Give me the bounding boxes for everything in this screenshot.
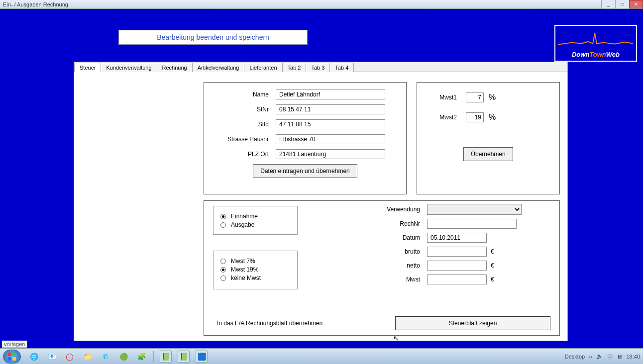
input-mwst1[interactable] — [466, 92, 484, 102]
label-mwst: Mwst — [372, 276, 420, 283]
input-stid[interactable] — [276, 119, 385, 129]
input-plz[interactable] — [276, 149, 385, 159]
currency-netto: € — [491, 262, 494, 269]
taskbar-mail-icon[interactable]: 📧 — [46, 351, 58, 363]
tab-container: Steuer Kundenverwaltung Rechnung Artikel… — [74, 62, 568, 341]
label-stnr: StNr — [213, 106, 269, 113]
save-company-button[interactable]: Daten eintragen und übernehmen — [253, 164, 357, 178]
main-area: Bearbeitung beenden und speichern DownTo… — [0, 9, 643, 364]
show-tax-sheet-button[interactable]: Steuerblatt zeigen — [395, 316, 550, 330]
titlebar: Ein- / Ausgaben Rechnung _ □ ✕ — [0, 0, 643, 9]
transfer-label: In das E/A Rechnungsblatt übernehmen — [213, 318, 326, 329]
taskbar-excel1-icon[interactable]: 📗 — [160, 351, 172, 363]
logo: DownTownWeb — [554, 25, 637, 62]
radio-icon — [220, 259, 226, 264]
save-and-exit-button[interactable]: Bearbeitung beenden und speichern — [118, 30, 308, 45]
label-mwst1: Mwst1 — [427, 94, 457, 101]
currency-brutto: € — [491, 248, 494, 255]
apply-mwst-button[interactable]: Übernehmen — [463, 147, 513, 161]
tab-kundenverwaltung[interactable]: Kundenverwaltung — [101, 63, 157, 72]
tray-icon[interactable]: 🛡 — [607, 354, 613, 360]
label-stid: StId — [213, 121, 269, 128]
radio-icon — [220, 222, 226, 228]
taskbar-app1-icon[interactable]: 🟢 — [117, 351, 129, 363]
tab-4[interactable]: Tab 4 — [329, 63, 354, 72]
start-button[interactable] — [3, 350, 21, 364]
company-panel: Name StNr StId Strasse Hausnr PLZ Ort Da… — [204, 82, 407, 194]
radio-mwst19[interactable]: Mwst 19% — [220, 266, 290, 273]
taskbar-app3-icon[interactable]: 🟦 — [196, 351, 208, 363]
mwst-panel: Mwst1% Mwst2% Übernehmen — [417, 82, 560, 194]
label-verwendung: Verwendung — [372, 206, 420, 213]
windows-icon — [7, 352, 17, 362]
tray-clock[interactable]: 18:40 — [626, 354, 640, 360]
label-datum: Datum — [372, 234, 420, 241]
radio-mwst7[interactable]: Mwst 7% — [220, 258, 290, 265]
taskbar-opera-icon[interactable]: ◯ — [64, 351, 76, 363]
taskbar-excel2-icon[interactable]: 📗 — [178, 351, 190, 363]
tab-steuer[interactable]: Steuer — [74, 63, 101, 72]
taskbar-skype-icon[interactable]: ✆ — [100, 351, 111, 363]
currency-mwst: € — [491, 276, 494, 283]
svg-rect-2 — [8, 357, 11, 361]
select-verwendung[interactable] — [427, 204, 522, 215]
pct-2: % — [489, 113, 496, 122]
svg-rect-0 — [8, 353, 11, 356]
svg-rect-3 — [12, 357, 16, 361]
radio-icon — [220, 214, 226, 219]
tray-icon[interactable]: 🖥 — [617, 354, 622, 360]
input-brutto[interactable] — [427, 247, 487, 257]
label-strasse: Strasse Hausnr — [213, 136, 269, 143]
tray-desktop-label[interactable]: Desktop — [565, 354, 585, 360]
label-netto: netto — [372, 262, 420, 269]
label-name: Name — [213, 91, 269, 98]
tab-rechnung[interactable]: Rechnung — [157, 63, 193, 72]
label-brutto: brutto — [372, 248, 420, 255]
input-rechnr[interactable] — [427, 219, 517, 229]
radio-icon — [220, 267, 226, 273]
tab-3[interactable]: Tab 3 — [306, 63, 330, 72]
maximize-button[interactable]: □ — [615, 0, 629, 8]
tab-content: Name StNr StId Strasse Hausnr PLZ Ort Da… — [74, 72, 567, 92]
close-button[interactable]: ✕ — [629, 0, 643, 8]
radio-ausgabe[interactable]: Ausgabe — [220, 221, 290, 228]
tray-chevron-icon[interactable]: ‹‹ — [589, 354, 592, 360]
radio-einnahme[interactable]: Einnahme — [220, 213, 290, 220]
mwst-rate-group: Mwst 7% Mwst 19% keine Mwst — [213, 251, 298, 289]
taskbar-explorer-icon[interactable]: 📁 — [82, 351, 94, 363]
taskbar-app2-icon[interactable]: 🧩 — [135, 351, 147, 363]
taskbar: 🌐 📧 ◯ 📁 ✆ 🟢 🧩 📗 📗 🟦 Desktop ‹‹ 🔈 🛡 🖥 18:… — [0, 348, 643, 364]
tab-lieferanten[interactable]: Lieferanten — [244, 63, 282, 72]
radio-keine-mwst[interactable]: keine Mwst — [220, 274, 290, 281]
tab-2[interactable]: Tab 2 — [282, 63, 307, 72]
income-expense-group: Einnahme Ausgabe — [213, 206, 298, 235]
label-mwst2: Mwst2 — [427, 114, 457, 121]
label-rechnr: RechNr — [372, 220, 420, 227]
window-title: Ein- / Ausgaben Rechnung — [3, 1, 68, 7]
input-mwst2[interactable] — [466, 112, 484, 122]
input-strasse[interactable] — [276, 134, 385, 144]
minimize-button[interactable]: _ — [601, 0, 615, 8]
tabstrip: Steuer Kundenverwaltung Rechnung Artikel… — [74, 62, 567, 72]
tray-icon[interactable]: 🔈 — [596, 353, 603, 360]
label-plz: PLZ Ort — [213, 151, 269, 158]
input-mwst[interactable] — [427, 274, 487, 284]
input-netto[interactable] — [427, 261, 487, 271]
pct-1: % — [489, 93, 496, 102]
footer-label: vorlagen — [2, 341, 27, 348]
input-datum[interactable] — [427, 233, 487, 243]
skyline-icon — [557, 28, 634, 48]
svg-rect-1 — [12, 353, 16, 356]
input-name[interactable] — [276, 90, 385, 99]
input-stnr[interactable] — [276, 104, 385, 114]
taskbar-ie-icon[interactable]: 🌐 — [28, 351, 40, 363]
radio-icon — [220, 275, 226, 281]
entry-panel: Einnahme Ausgabe Mwst 7% Mwst 19% keine … — [204, 200, 560, 336]
tab-artikelverwaltung[interactable]: Artikelverwaltung — [192, 63, 245, 72]
